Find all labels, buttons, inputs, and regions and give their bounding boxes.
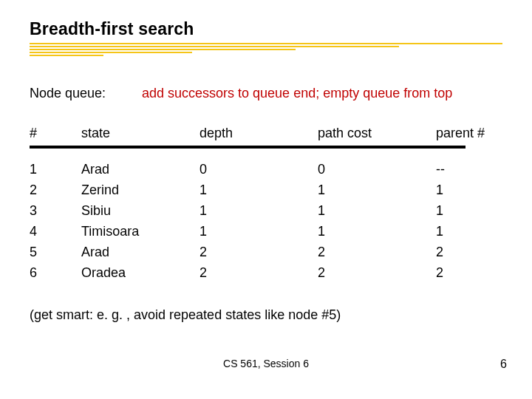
subtitle-row: Node queue: add successors to queue end;… bbox=[30, 86, 517, 101]
cell-state: Sibiu bbox=[81, 200, 200, 221]
queue-table: # state depth path cost parent # 1 Arad … bbox=[30, 126, 502, 283]
cell-state: Arad bbox=[81, 242, 200, 262]
cell-depth: 2 bbox=[200, 242, 318, 262]
cell-number: 5 bbox=[30, 242, 81, 262]
cell-parent: -- bbox=[436, 159, 502, 180]
cell-pathcost: 1 bbox=[318, 221, 436, 242]
cell-depth: 1 bbox=[200, 200, 318, 221]
slide-title: Breadth-first search bbox=[30, 19, 194, 39]
node-queue-label: Node queue: bbox=[30, 86, 106, 100]
cell-pathcost: 1 bbox=[318, 180, 436, 200]
col-header-pathcost: path cost bbox=[318, 126, 436, 141]
table-row: 3 Sibiu 1 1 1 bbox=[30, 200, 502, 221]
cell-parent: 2 bbox=[436, 242, 502, 262]
cell-number: 4 bbox=[30, 221, 81, 242]
cell-parent: 1 bbox=[436, 180, 502, 200]
cell-pathcost: 1 bbox=[318, 200, 436, 221]
cell-pathcost: 0 bbox=[318, 159, 436, 180]
slide: Breadth-first search Node queue: add suc… bbox=[0, 0, 532, 399]
cell-parent: 1 bbox=[436, 221, 502, 242]
cell-pathcost: 2 bbox=[318, 262, 436, 283]
table-header-row: # state depth path cost parent # bbox=[30, 126, 502, 146]
queue-note: add successors to queue end; empty queue… bbox=[142, 86, 452, 101]
footer-text: CS 561, Session 6 bbox=[0, 358, 532, 369]
table-rule bbox=[30, 146, 466, 149]
cell-number: 6 bbox=[30, 262, 81, 283]
cell-number: 2 bbox=[30, 180, 81, 200]
col-header-state: state bbox=[81, 126, 200, 141]
cell-number: 3 bbox=[30, 200, 81, 221]
cell-depth: 1 bbox=[200, 180, 318, 200]
cell-depth: 0 bbox=[200, 159, 318, 180]
page-number: 6 bbox=[500, 358, 507, 371]
cell-depth: 1 bbox=[200, 221, 318, 242]
cell-state: Zerind bbox=[81, 180, 200, 200]
col-header-depth: depth bbox=[200, 126, 318, 141]
table-row: 6 Oradea 2 2 2 bbox=[30, 262, 502, 283]
cell-state: Timisoara bbox=[81, 221, 200, 242]
table-body: 1 Arad 0 0 -- 2 Zerind 1 1 1 3 Sibiu 1 1… bbox=[30, 159, 502, 283]
table-row: 1 Arad 0 0 -- bbox=[30, 159, 502, 180]
table-row: 2 Zerind 1 1 1 bbox=[30, 180, 502, 200]
cell-parent: 1 bbox=[436, 200, 502, 221]
cell-parent: 2 bbox=[436, 262, 502, 283]
cell-state: Oradea bbox=[81, 262, 200, 283]
title-underline bbox=[30, 43, 502, 56]
cell-pathcost: 2 bbox=[318, 242, 436, 262]
col-header-parent: parent # bbox=[436, 126, 502, 141]
table-row: 4 Timisoara 1 1 1 bbox=[30, 221, 502, 242]
cell-depth: 2 bbox=[200, 262, 318, 283]
cell-number: 1 bbox=[30, 159, 81, 180]
cell-state: Arad bbox=[81, 159, 200, 180]
hint-text: (get smart: e. g. , avoid repeated state… bbox=[30, 307, 341, 323]
table-row: 5 Arad 2 2 2 bbox=[30, 242, 502, 262]
col-header-number: # bbox=[30, 126, 81, 141]
